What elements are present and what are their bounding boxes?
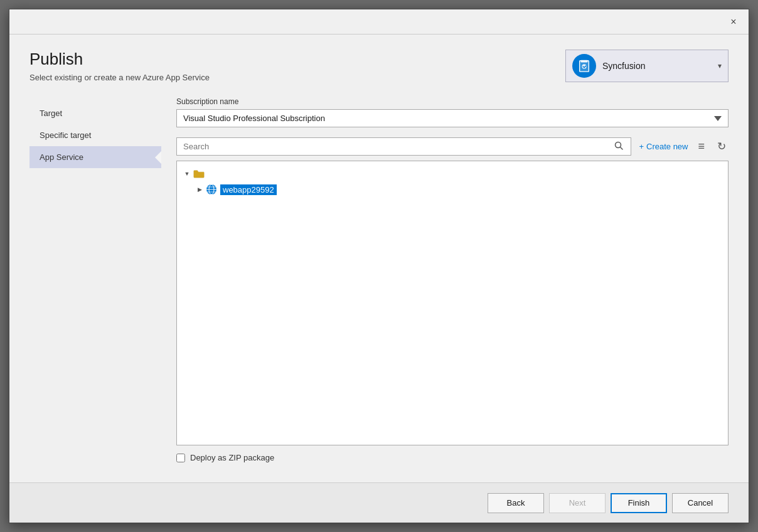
refresh-icon [717, 141, 726, 152]
close-button[interactable]: × [725, 13, 742, 31]
account-chevron-icon: ▾ [718, 61, 722, 70]
create-new-plus-icon: + [639, 142, 644, 151]
webapp-icon [206, 184, 217, 195]
tree-webapp-item[interactable]: ▶ webapp29592 [190, 181, 728, 198]
header-row: Publish Select existing or create a new … [29, 50, 729, 82]
sidebar-item-app-service[interactable]: App Service [29, 146, 161, 168]
create-new-label: Create new [646, 142, 688, 151]
zip-checkbox-label[interactable]: Deploy as ZIP package [190, 453, 274, 462]
search-button[interactable] [613, 141, 624, 152]
title-bar: × [9, 9, 749, 35]
account-selector[interactable]: Syncfusion ▾ [565, 50, 729, 82]
tree-collapse-icon[interactable]: ▼ [182, 169, 192, 179]
subscription-dropdown[interactable]: Visual Studio Professional Subscription [176, 109, 729, 127]
search-box [176, 137, 631, 156]
right-panel: Subscription name Visual Studio Professi… [161, 97, 729, 472]
refresh-button[interactable] [715, 139, 729, 154]
sort-button[interactable] [695, 139, 707, 154]
folder-icon [193, 169, 205, 178]
finish-button[interactable]: Finish [611, 493, 667, 513]
back-button[interactable]: Back [488, 493, 544, 513]
search-toolbar: + Create new [176, 137, 729, 156]
page-title: Publish [29, 50, 210, 69]
sidebar-item-target[interactable]: Target [29, 102, 161, 124]
tree-panel[interactable]: ▼ ▶ [176, 161, 729, 445]
account-logo-icon [577, 59, 591, 73]
zip-checkbox-row: Deploy as ZIP package [176, 453, 729, 462]
footer: Back Next Finish Cancel [9, 482, 749, 523]
toolbar-actions: + Create new [639, 139, 729, 154]
search-icon [614, 141, 623, 150]
account-icon [572, 54, 596, 78]
svg-line-5 [621, 147, 623, 150]
search-input[interactable] [183, 142, 613, 151]
zip-checkbox[interactable] [176, 454, 185, 462]
tree-expand-icon[interactable]: ▶ [195, 184, 205, 194]
sidebar-item-specific-target[interactable]: Specific target [29, 124, 161, 146]
content-area: Publish Select existing or create a new … [9, 35, 749, 482]
main-body: Target Specific target App Service Subsc… [29, 97, 729, 472]
next-button[interactable]: Next [549, 493, 606, 513]
subscription-label: Subscription name [176, 97, 729, 106]
create-new-button[interactable]: + Create new [639, 142, 688, 151]
publish-dialog: × Publish Select existing or create a ne… [9, 9, 749, 523]
tree-root-item[interactable]: ▼ [177, 166, 728, 181]
sidebar: Target Specific target App Service [29, 97, 161, 472]
header-left: Publish Select existing or create a new … [29, 50, 210, 82]
account-name: Syncfusion [602, 61, 712, 71]
cancel-button[interactable]: Cancel [672, 493, 729, 513]
webapp-label: webapp29592 [220, 184, 277, 195]
page-subtitle: Select existing or create a new Azure Ap… [29, 73, 210, 82]
sort-icon [698, 141, 705, 152]
